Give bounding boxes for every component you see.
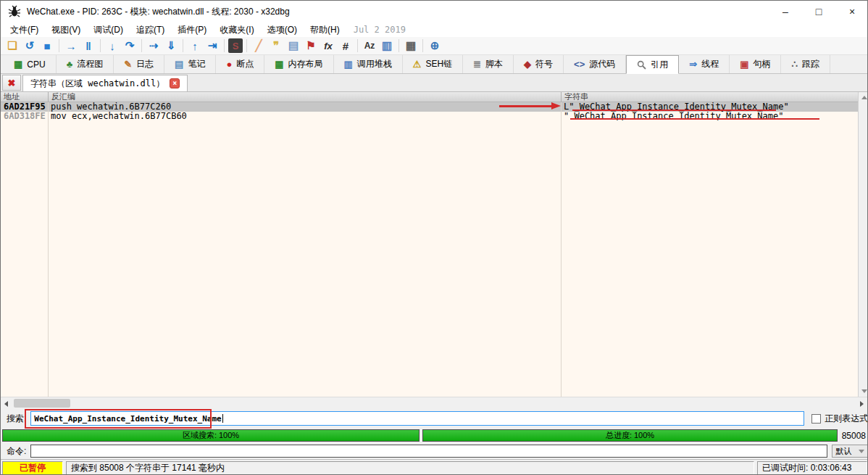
tab-symbols[interactable]: ◆符号 xyxy=(514,55,564,73)
search-input[interactable]: WeChat_App_Instance_Identity_Mutex_Name xyxy=(30,411,804,426)
tab-seh[interactable]: ⚠SEH链 xyxy=(403,55,463,73)
handles-icon: ▣ xyxy=(740,59,748,70)
regex-checkbox[interactable] xyxy=(811,414,821,424)
scrollbar-thumb[interactable] xyxy=(14,399,70,408)
subtab-strings[interactable]: 字符串（区域 wechatwin.dll） × xyxy=(22,75,188,91)
search-icon xyxy=(637,60,646,70)
scroll-left-icon[interactable] xyxy=(1,398,12,409)
tab-label: 线程 xyxy=(701,58,719,70)
cpu-icon: ▦ xyxy=(14,59,22,70)
patch-icon[interactable]: ╱ xyxy=(251,38,267,53)
vertical-scrollbar[interactable] xyxy=(858,92,868,397)
column-separator xyxy=(48,102,49,397)
tab-memory-map[interactable]: ▦内存布局 xyxy=(264,55,333,73)
maximize-button[interactable]: □ xyxy=(802,1,835,22)
tab-call-stack[interactable]: ▥调用堆栈 xyxy=(334,55,403,73)
tab-script[interactable]: ≣脚本 xyxy=(463,55,514,73)
progress-row: 区域搜索: 100% 总进度: 100% 85008 xyxy=(1,429,868,443)
calculator-icon[interactable]: ▦ xyxy=(403,38,419,53)
window-title: WeChat.exe - PID: 263C - 模块: wechatwin.d… xyxy=(27,6,290,18)
menu-options[interactable]: 选项(O) xyxy=(261,22,304,38)
pause-icon[interactable]: ‖ xyxy=(80,38,96,53)
menu-help[interactable]: 帮助(H) xyxy=(304,22,346,38)
column-header-disassembly[interactable]: 反汇编 xyxy=(49,92,562,102)
main-tab-bar: ▦CPU ♣流程图 ✎日志 ▤笔记 ●断点 ▦内存布局 ▥调用堆栈 ⚠SEH链 … xyxy=(1,55,868,74)
labels-icon[interactable]: ▤ xyxy=(285,38,301,53)
restart-icon[interactable]: ↺ xyxy=(22,38,38,53)
tab-log[interactable]: ✎日志 xyxy=(114,55,164,73)
tab-references[interactable]: 引用 xyxy=(626,55,679,74)
toolbar: ❏ ↺ ■ → ‖ ↓ ↷ ⇢ ⇓ ↑ ⇥ S ╱ ❞ ▤ ⚑ fx # Az … xyxy=(1,37,868,55)
string-cell: "_WeChat_App_Instance_Identity_Mutex_Nam… xyxy=(562,112,858,121)
menu-favourites[interactable]: 收藏夹(I) xyxy=(213,22,260,38)
horizontal-scrollbar[interactable] xyxy=(1,397,868,408)
close-button[interactable]: × xyxy=(835,1,868,22)
menu-bar: 文件(F) 视图(V) 调试(D) 追踪(T) 插件(P) 收藏夹(I) 选项(… xyxy=(1,22,868,37)
tab-label: 符号 xyxy=(535,58,553,70)
disasm-cell: mov ecx,wechatwin.6B77CB60 xyxy=(49,112,562,121)
column-header-string[interactable]: 字符串 xyxy=(562,92,858,102)
scroll-down-icon[interactable] xyxy=(859,386,868,397)
subtab-close-icon[interactable]: × xyxy=(170,78,180,88)
open-file-icon[interactable]: ❏ xyxy=(4,38,20,53)
tab-breakpoints[interactable]: ●断点 xyxy=(216,55,264,73)
scroll-up-icon[interactable] xyxy=(859,92,868,103)
step-into-icon[interactable]: ↓ xyxy=(104,38,120,53)
chevron-down-icon xyxy=(859,450,864,453)
stop-icon[interactable]: ■ xyxy=(39,38,55,53)
tab-label: 引用 xyxy=(651,59,668,71)
menu-trace[interactable]: 追踪(T) xyxy=(130,22,171,38)
regex-label[interactable]: 正则表达式 xyxy=(825,413,868,425)
tab-label: 源代码 xyxy=(589,58,615,70)
tab-source[interactable]: <>源代码 xyxy=(564,55,626,73)
case-icon[interactable]: Az xyxy=(362,38,377,53)
hash-icon[interactable]: # xyxy=(338,38,354,53)
command-input[interactable] xyxy=(30,445,827,458)
title-bar: WeChat.exe - PID: 263C - 模块: wechatwin.d… xyxy=(1,1,868,22)
tab-label: 断点 xyxy=(236,58,254,70)
memory-icon: ▦ xyxy=(275,59,283,70)
run-to-user-code-icon[interactable]: ↑ xyxy=(187,38,203,53)
build-date: Jul 2 2019 xyxy=(354,25,406,35)
menu-debug[interactable]: 调试(D) xyxy=(87,22,130,38)
tab-notes[interactable]: ▤笔记 xyxy=(164,55,216,73)
execute-till-return-icon[interactable]: ⇓ xyxy=(163,38,179,53)
references-subtab-bar: ✖ 字符串（区域 wechatwin.dll） × xyxy=(1,74,868,92)
menu-view[interactable]: 视图(V) xyxy=(45,22,87,38)
minimize-button[interactable]: – xyxy=(769,1,802,22)
column-separator xyxy=(561,102,562,397)
run-icon[interactable]: → xyxy=(63,38,79,53)
column-header-address[interactable]: 地址 xyxy=(1,92,49,102)
text-caret xyxy=(222,414,223,423)
table-row[interactable]: 6AD21F95 push wechatwin.6B77C260 L"_WeCh… xyxy=(1,102,858,112)
tab-handles[interactable]: ▣句柄 xyxy=(730,55,781,73)
result-count: 85008 xyxy=(842,431,866,441)
strings-icon[interactable]: S xyxy=(228,38,243,53)
tab-label: CPU xyxy=(27,59,45,70)
menu-file[interactable]: 文件(F) xyxy=(4,22,45,38)
tab-threads[interactable]: ⇒线程 xyxy=(679,55,730,73)
tab-graph[interactable]: ♣流程图 xyxy=(57,55,114,73)
tab-cpu[interactable]: ▦CPU xyxy=(4,55,57,73)
status-message: 搜索到 85008 个字符串于 17141 毫秒内 xyxy=(66,461,754,475)
search-label: 搜索: xyxy=(7,413,26,425)
functions-icon[interactable]: fx xyxy=(320,38,336,53)
table-row[interactable]: 6AD318FE mov ecx,wechatwin.6B77CB60 "_We… xyxy=(1,112,858,121)
log-icon: ✎ xyxy=(124,59,132,70)
tab-label: 日志 xyxy=(136,58,154,70)
step-over-icon[interactable]: ↷ xyxy=(122,38,138,53)
trace-into-icon[interactable]: ⇢ xyxy=(146,38,162,53)
tab-trace[interactable]: ∴跟踪 xyxy=(781,55,830,73)
menu-plugins[interactable]: 插件(P) xyxy=(171,22,213,38)
globe-icon[interactable]: ⊕ xyxy=(427,38,443,53)
source-icon: <> xyxy=(574,59,585,70)
hover-info-icon[interactable]: ▥ xyxy=(379,38,395,53)
bookmarks-icon[interactable]: ⚑ xyxy=(303,38,319,53)
command-profile-select[interactable]: 默认 xyxy=(832,445,868,458)
seh-chain-icon: ⚠ xyxy=(413,59,422,70)
close-all-tabs-button[interactable]: ✖ xyxy=(2,75,21,91)
run-until-user-icon[interactable]: ⇥ xyxy=(204,38,220,53)
scroll-right-icon[interactable] xyxy=(856,398,867,409)
comments-icon[interactable]: ❞ xyxy=(268,38,284,53)
tab-label: 脚本 xyxy=(485,58,503,70)
